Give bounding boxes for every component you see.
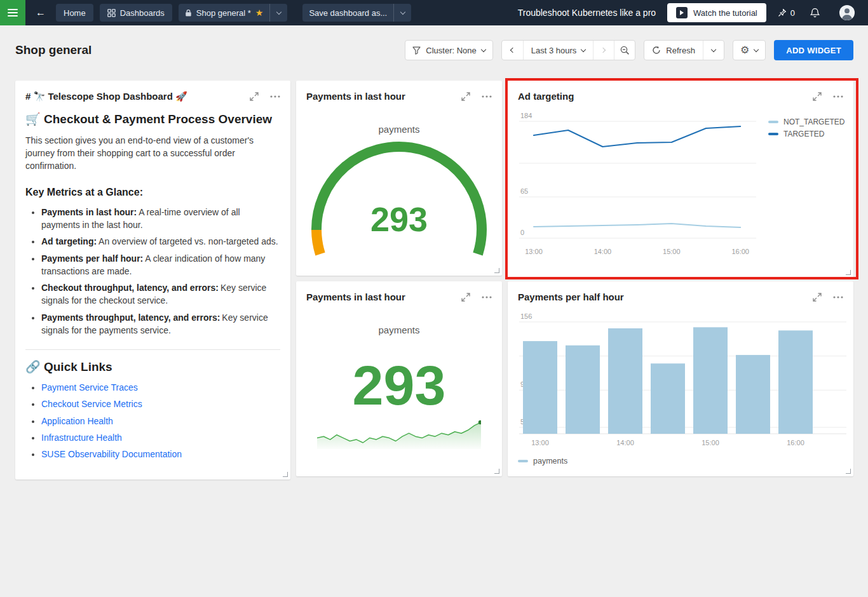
more-options-icon[interactable] bbox=[833, 296, 843, 298]
save-dashboard-button[interactable]: Save dashboard as... bbox=[302, 4, 393, 22]
list-item: Checkout Service Metrics bbox=[41, 398, 280, 410]
list-item: Payments in last hour:A real-time overvi… bbox=[41, 206, 280, 232]
topbar-right: Troubleshoot Kubernetes like a pro Watch… bbox=[518, 3, 859, 22]
play-icon bbox=[676, 7, 688, 18]
grid-icon bbox=[107, 9, 116, 17]
user-menu-button[interactable] bbox=[835, 4, 859, 21]
legend-item[interactable]: TARGETED bbox=[768, 130, 844, 138]
svg-text:16:00: 16:00 bbox=[731, 248, 749, 255]
widget-title: Ad targeting bbox=[518, 90, 574, 102]
refresh-options-button[interactable] bbox=[703, 41, 724, 60]
back-button[interactable]: ← bbox=[32, 7, 50, 18]
metric-label: payments bbox=[296, 124, 502, 135]
back-arrow-icon: ← bbox=[36, 7, 46, 18]
intro-paragraph: This section gives you an end-to-end vie… bbox=[25, 135, 280, 173]
refresh-button[interactable]: Refresh bbox=[644, 41, 703, 60]
quick-link[interactable]: SUSE Observability Documentation bbox=[41, 449, 182, 459]
pinned-items-button[interactable]: 0 bbox=[778, 8, 795, 18]
chevron-left-icon bbox=[510, 48, 515, 53]
expand-icon[interactable] bbox=[813, 293, 822, 302]
expand-icon[interactable] bbox=[813, 92, 822, 101]
legend-swatch-not-targeted bbox=[768, 121, 778, 123]
list-item: SUSE Observability Documentation bbox=[41, 448, 280, 460]
expand-icon[interactable] bbox=[461, 293, 470, 302]
list-item: Payment Service Traces bbox=[41, 382, 280, 393]
quick-links-list: Payment Service Traces Checkout Service … bbox=[25, 382, 280, 460]
list-item: Application Health bbox=[41, 415, 280, 427]
time-forward-button[interactable] bbox=[593, 41, 614, 60]
watch-tutorial-button[interactable]: Watch the tutorial bbox=[667, 3, 766, 22]
ad-targeting-plot: 18465013:0014:0015:0016:00 bbox=[508, 81, 853, 278]
list-item: Ad targeting:An overview of targeted vs.… bbox=[41, 235, 280, 248]
notifications-button[interactable] bbox=[806, 8, 824, 18]
pin-icon bbox=[778, 8, 787, 17]
chevron-down-icon bbox=[711, 46, 716, 51]
payments-bar-plot: 156925713:0014:0015:0016:00 bbox=[508, 281, 853, 476]
resize-handle[interactable] bbox=[846, 469, 851, 474]
resize-handle[interactable] bbox=[494, 268, 499, 273]
svg-text:16:00: 16:00 bbox=[787, 439, 804, 446]
quick-links-heading: 🔗 Quick Links bbox=[25, 359, 280, 374]
more-options-icon[interactable] bbox=[833, 95, 843, 98]
cluster-filter-button[interactable]: Cluster: None bbox=[405, 40, 492, 60]
widget-markdown: # 🔭 Telescope Shop Dashboard 🚀 🛒 Checkou… bbox=[15, 81, 290, 480]
widget-payments-gauge: Payments in last hour payments 293 bbox=[296, 81, 502, 276]
legend-item[interactable]: NOT_TARGETED bbox=[768, 117, 844, 126]
more-options-icon[interactable] bbox=[270, 95, 280, 98]
time-range-button[interactable]: Last 3 hours bbox=[523, 41, 593, 60]
dashboard-name-button[interactable]: Shop general * ★ bbox=[179, 4, 270, 22]
payments-sparkline-plot bbox=[317, 417, 481, 452]
svg-text:14:00: 14:00 bbox=[594, 248, 612, 255]
gauge-value: 293 bbox=[296, 201, 502, 238]
quick-link[interactable]: Payment Service Traces bbox=[41, 382, 138, 392]
svg-text:13:00: 13:00 bbox=[531, 439, 549, 446]
dashboards-button[interactable]: Dashboards bbox=[100, 4, 172, 22]
svg-text:15:00: 15:00 bbox=[702, 439, 719, 446]
time-range-control: Last 3 hours bbox=[501, 40, 636, 60]
page-header: Shop general Cluster: None Last 3 hours … bbox=[0, 25, 868, 75]
svg-text:15:00: 15:00 bbox=[663, 248, 681, 255]
resize-handle[interactable] bbox=[494, 469, 499, 474]
home-button[interactable]: Home bbox=[56, 4, 93, 22]
widget-title: Payments in last hour bbox=[306, 291, 405, 303]
legend-item[interactable]: payments bbox=[518, 457, 567, 466]
big-number-value: 293 bbox=[296, 357, 502, 414]
more-options-icon[interactable] bbox=[482, 296, 492, 298]
widget-ad-targeting: Ad targeting 18465013:0014:0015:0016:00 … bbox=[508, 81, 853, 278]
favorite-star-icon[interactable]: ★ bbox=[255, 8, 264, 17]
svg-text:57: 57 bbox=[520, 418, 528, 426]
quick-link[interactable]: Checkout Service Metrics bbox=[41, 399, 142, 409]
chevron-right-icon bbox=[600, 48, 606, 53]
expand-icon[interactable] bbox=[461, 92, 470, 101]
gear-icon: ⚙ bbox=[740, 45, 749, 55]
promo-text: Troubleshoot Kubernetes like a pro bbox=[518, 8, 656, 18]
add-widget-button[interactable]: ADD WIDGET bbox=[774, 40, 853, 60]
chevron-down-icon bbox=[581, 46, 586, 51]
divider bbox=[25, 349, 280, 350]
expand-icon[interactable] bbox=[250, 92, 259, 101]
topbar: ← Home Dashboards Shop general * ★ Save … bbox=[0, 0, 868, 25]
more-options-icon[interactable] bbox=[482, 95, 492, 98]
legend-swatch-targeted bbox=[768, 133, 778, 135]
markdown-content: 🛒 Checkout & Payment Process Overview Th… bbox=[15, 112, 290, 474]
menu-button[interactable] bbox=[0, 0, 25, 25]
page-title: Shop general bbox=[15, 43, 92, 57]
resize-handle[interactable] bbox=[846, 270, 851, 275]
save-dashboard-chevron[interactable] bbox=[393, 4, 411, 22]
time-back-button[interactable] bbox=[502, 41, 523, 60]
quick-link[interactable]: Application Health bbox=[41, 416, 113, 426]
svg-text:156: 156 bbox=[520, 312, 532, 320]
dashboard-selector-chevron[interactable] bbox=[269, 4, 287, 22]
widget-payments-number: Payments in last hour payments 293 bbox=[296, 281, 502, 476]
list-item: Payments throughput, latency, and errors… bbox=[41, 311, 280, 337]
quick-link[interactable]: Infrastructure Health bbox=[41, 433, 122, 443]
funnel-icon bbox=[412, 46, 421, 55]
svg-text:184: 184 bbox=[520, 112, 532, 119]
zoom-out-button[interactable] bbox=[614, 41, 635, 60]
svg-text:14:00: 14:00 bbox=[616, 439, 634, 446]
settings-button[interactable]: ⚙ bbox=[733, 40, 766, 60]
metrics-list: Payments in last hour:A real-time overvi… bbox=[25, 206, 280, 337]
save-dashboard-group: Save dashboard as... bbox=[302, 4, 411, 22]
resize-handle[interactable] bbox=[283, 472, 288, 477]
widget-title: Payments in last hour bbox=[306, 90, 405, 102]
